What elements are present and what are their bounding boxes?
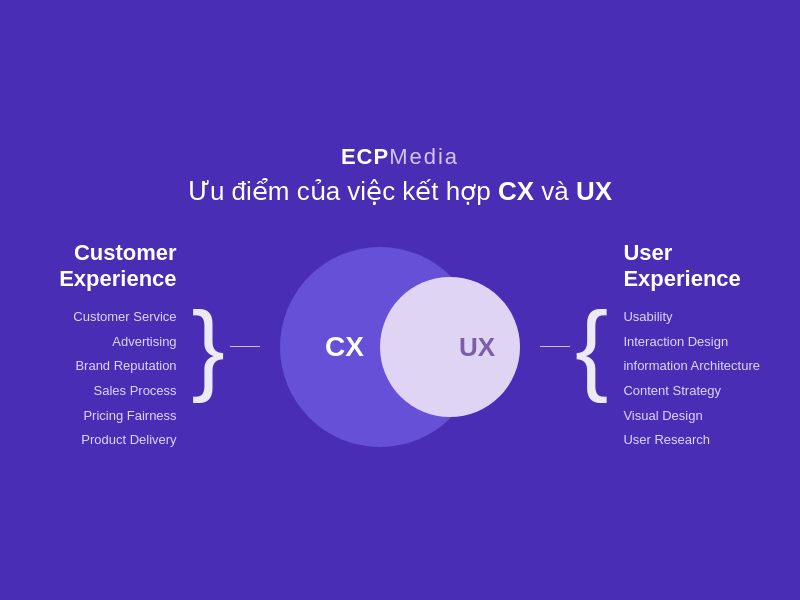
cx-title-line1: Customer — [74, 240, 177, 265]
cx-items-list: Customer Service Advertising Brand Reput… — [59, 305, 176, 453]
header: ECPMedia Ưu điểm của việc kết hợp CX và … — [188, 144, 612, 207]
main-diagram: Customer Experience Customer Service Adv… — [0, 237, 800, 457]
cx-label: Customer Experience Customer Service Adv… — [59, 240, 176, 453]
ux-keyword: UX — [576, 176, 612, 206]
list-item: Content Strategy — [623, 379, 760, 404]
right-connector — [540, 346, 570, 347]
list-item: Advertising — [59, 330, 176, 355]
list-item: Usability — [623, 305, 760, 330]
list-item: information Architecture — [623, 354, 760, 379]
venn-diagram: CX UX — [270, 237, 530, 457]
ux-title-line1: User — [623, 240, 672, 265]
cx-title-line2: Experience — [59, 266, 176, 291]
list-item: Brand Reputation — [59, 354, 176, 379]
brand-ecp: ECP — [341, 144, 389, 169]
ux-items-list: Usability Interaction Design information… — [623, 305, 760, 453]
subtitle-text: Ưu điểm của việc kết hợp — [188, 176, 498, 206]
cx-circle-label: CX — [325, 331, 364, 363]
list-item: Visual Design — [623, 404, 760, 429]
list-item: Sales Process — [59, 379, 176, 404]
left-bracket: } — [192, 297, 225, 397]
list-item: Pricing Fairness — [59, 404, 176, 429]
cx-title: Customer Experience — [59, 240, 176, 293]
right-bracket: { — [575, 297, 608, 397]
ux-label: User Experience Usability Interaction De… — [623, 240, 760, 453]
ux-section: { User Experience Usability Interaction … — [530, 240, 780, 453]
list-item: Interaction Design — [623, 330, 760, 355]
page-title: Ưu điểm của việc kết hợp CX và UX — [188, 176, 612, 207]
ux-circle — [380, 277, 520, 417]
left-connector — [230, 346, 260, 347]
ux-title: User Experience — [623, 240, 760, 293]
cx-section: Customer Experience Customer Service Adv… — [20, 240, 270, 453]
list-item: User Research — [623, 428, 760, 453]
list-item: Product Delivery — [59, 428, 176, 453]
brand-media: Media — [389, 144, 459, 169]
cx-keyword: CX — [498, 176, 534, 206]
ux-title-line2: Experience — [623, 266, 740, 291]
brand-logo: ECPMedia — [188, 144, 612, 170]
list-item: Customer Service — [59, 305, 176, 330]
ux-circle-label: UX — [459, 331, 495, 362]
va-text: và — [534, 176, 576, 206]
